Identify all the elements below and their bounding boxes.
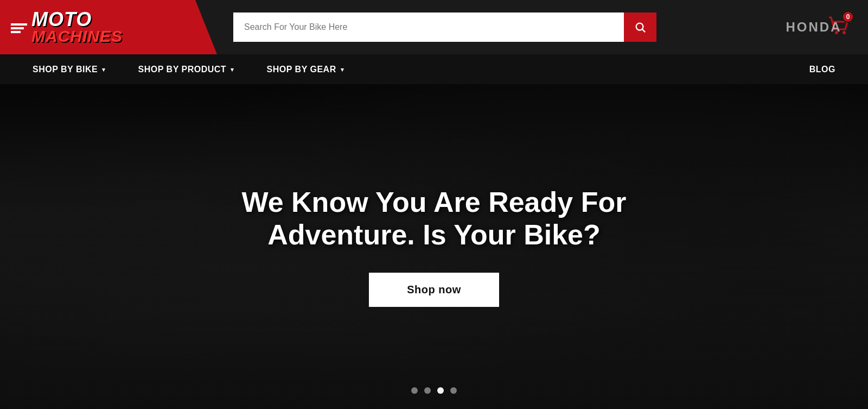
logo-text: MOTO MACHINES — [31, 10, 123, 45]
site-header: MOTO MACHINES 0 HONDA — [0, 0, 868, 54]
logo-line-1 — [11, 23, 27, 26]
nav-shop-by-product-label: SHOP BY PRODUCT — [138, 65, 227, 74]
chevron-down-icon-2: ▾ — [231, 66, 234, 73]
nav-blog[interactable]: BLOG — [793, 54, 852, 84]
hero-section: We Know You Are Ready For Adventure. Is … — [0, 84, 868, 409]
search-area — [233, 12, 804, 42]
logo-machines: MACHINES — [31, 28, 123, 45]
carousel-dot-1[interactable] — [411, 387, 418, 394]
honda-logo: HONDA — [786, 20, 842, 35]
nav-shop-by-gear-label: SHOP BY GEAR — [267, 65, 336, 74]
logo-moto: MOTO — [31, 10, 123, 29]
nav-blog-label: BLOG — [809, 65, 835, 74]
chevron-down-icon: ▾ — [102, 66, 106, 73]
carousel-dots — [411, 387, 457, 394]
logo-line-2 — [11, 27, 24, 29]
main-nav: SHOP BY BIKE ▾ SHOP BY PRODUCT ▾ SHOP BY… — [0, 54, 868, 84]
shop-now-button[interactable]: Shop now — [369, 273, 499, 307]
svg-line-1 — [642, 29, 645, 32]
hero-content: We Know You Are Ready For Adventure. Is … — [0, 84, 868, 409]
svg-point-0 — [636, 23, 643, 30]
hero-title: We Know You Are Ready For Adventure. Is … — [242, 186, 627, 251]
carousel-dot-4[interactable] — [450, 387, 457, 394]
logo-lines-decoration — [11, 21, 27, 33]
search-wrapper — [233, 12, 656, 42]
nav-shop-by-gear[interactable]: SHOP BY GEAR ▾ — [251, 54, 361, 84]
search-button[interactable] — [624, 12, 656, 42]
nav-items: SHOP BY BIKE ▾ SHOP BY PRODUCT ▾ SHOP BY… — [16, 54, 793, 84]
nav-shop-by-bike[interactable]: SHOP BY BIKE ▾ — [16, 54, 122, 84]
chevron-down-icon-3: ▾ — [341, 66, 344, 73]
search-icon — [634, 21, 646, 33]
honda-area: HONDA — [760, 0, 868, 54]
logo[interactable]: MOTO MACHINES — [0, 0, 217, 54]
carousel-dot-2[interactable] — [424, 387, 431, 394]
logo-line-3 — [11, 31, 21, 33]
nav-shop-by-bike-label: SHOP BY BIKE — [33, 65, 98, 74]
hero-title-line1: We Know You Are Ready For — [242, 186, 627, 218]
carousel-dot-3[interactable] — [437, 387, 444, 394]
nav-shop-by-product[interactable]: SHOP BY PRODUCT ▾ — [122, 54, 251, 84]
search-input[interactable] — [233, 12, 624, 42]
hero-title-line2: Adventure. Is Your Bike? — [267, 219, 601, 250]
